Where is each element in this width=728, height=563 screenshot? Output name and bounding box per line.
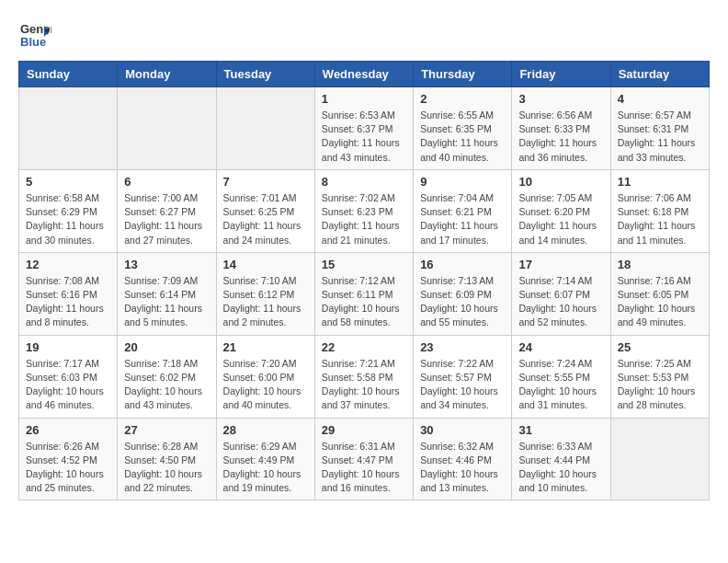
day-number: 26 <box>26 423 110 437</box>
day-number: 17 <box>518 258 603 271</box>
day-number: 27 <box>124 423 209 437</box>
day-number: 12 <box>26 258 110 271</box>
day-number: 30 <box>420 423 505 437</box>
calendar-cell: 6Sunrise: 7:00 AM Sunset: 6:27 PM Daylig… <box>118 169 216 252</box>
calendar-cell <box>216 87 314 170</box>
day-info: Sunrise: 6:58 AM Sunset: 6:29 PM Dayligh… <box>26 191 110 247</box>
day-info: Sunrise: 7:14 AM Sunset: 6:07 PM Dayligh… <box>518 274 603 330</box>
day-info: Sunrise: 6:26 AM Sunset: 4:52 PM Dayligh… <box>26 440 110 496</box>
day-number: 15 <box>322 258 406 271</box>
day-info: Sunrise: 7:02 AM Sunset: 6:23 PM Dayligh… <box>322 191 406 247</box>
day-info: Sunrise: 7:08 AM Sunset: 6:16 PM Dayligh… <box>26 274 110 330</box>
day-number: 16 <box>420 258 505 271</box>
day-info: Sunrise: 6:55 AM Sunset: 6:35 PM Dayligh… <box>420 109 505 165</box>
day-info: Sunrise: 7:01 AM Sunset: 6:25 PM Dayligh… <box>223 191 308 247</box>
calendar-cell: 25Sunrise: 7:25 AM Sunset: 5:53 PM Dayli… <box>610 335 709 418</box>
calendar-cell: 17Sunrise: 7:14 AM Sunset: 6:07 PM Dayli… <box>512 252 610 335</box>
calendar-cell: 8Sunrise: 7:02 AM Sunset: 6:23 PM Daylig… <box>314 169 413 252</box>
day-number: 5 <box>26 175 110 189</box>
day-of-week-header: Monday <box>118 62 216 87</box>
day-info: Sunrise: 7:18 AM Sunset: 6:02 PM Dayligh… <box>124 357 209 413</box>
calendar-cell: 23Sunrise: 7:22 AM Sunset: 5:57 PM Dayli… <box>414 335 512 418</box>
calendar-cell: 19Sunrise: 7:17 AM Sunset: 6:03 PM Dayli… <box>19 335 118 418</box>
day-number: 28 <box>223 423 308 437</box>
day-number: 14 <box>223 258 308 271</box>
day-info: Sunrise: 6:57 AM Sunset: 6:31 PM Dayligh… <box>618 109 702 165</box>
calendar-cell: 29Sunrise: 6:31 AM Sunset: 4:47 PM Dayli… <box>314 418 413 500</box>
calendar-cell: 21Sunrise: 7:20 AM Sunset: 6:00 PM Dayli… <box>216 335 314 418</box>
day-number: 31 <box>518 423 603 437</box>
calendar-cell: 11Sunrise: 7:06 AM Sunset: 6:18 PM Dayli… <box>610 169 709 252</box>
calendar-cell: 28Sunrise: 6:29 AM Sunset: 4:49 PM Dayli… <box>216 418 314 500</box>
day-info: Sunrise: 7:20 AM Sunset: 6:00 PM Dayligh… <box>223 357 308 413</box>
day-info: Sunrise: 6:53 AM Sunset: 6:37 PM Dayligh… <box>322 109 406 165</box>
calendar-header-row: SundayMondayTuesdayWednesdayThursdayFrid… <box>19 62 710 87</box>
day-number: 18 <box>618 258 702 271</box>
calendar-cell: 3Sunrise: 6:56 AM Sunset: 6:33 PM Daylig… <box>512 87 610 170</box>
day-info: Sunrise: 6:56 AM Sunset: 6:33 PM Dayligh… <box>518 109 603 165</box>
day-info: Sunrise: 7:10 AM Sunset: 6:12 PM Dayligh… <box>223 274 308 330</box>
calendar-cell: 15Sunrise: 7:12 AM Sunset: 6:11 PM Dayli… <box>314 252 413 335</box>
day-of-week-header: Thursday <box>414 62 512 87</box>
day-number: 10 <box>518 175 603 189</box>
calendar-cell: 1Sunrise: 6:53 AM Sunset: 6:37 PM Daylig… <box>314 87 413 170</box>
calendar-cell: 14Sunrise: 7:10 AM Sunset: 6:12 PM Dayli… <box>216 252 314 335</box>
day-info: Sunrise: 7:22 AM Sunset: 5:57 PM Dayligh… <box>420 357 505 413</box>
day-number: 29 <box>322 423 406 437</box>
calendar-cell: 9Sunrise: 7:04 AM Sunset: 6:21 PM Daylig… <box>414 169 512 252</box>
calendar-table: SundayMondayTuesdayWednesdayThursdayFrid… <box>18 61 710 500</box>
day-number: 1 <box>322 92 406 106</box>
page-header: General Blue <box>18 18 710 52</box>
day-info: Sunrise: 7:17 AM Sunset: 6:03 PM Dayligh… <box>26 357 110 413</box>
day-info: Sunrise: 7:12 AM Sunset: 6:11 PM Dayligh… <box>322 274 406 330</box>
day-number: 6 <box>124 175 209 189</box>
calendar-cell: 18Sunrise: 7:16 AM Sunset: 6:05 PM Dayli… <box>610 252 709 335</box>
day-number: 4 <box>618 92 702 106</box>
day-number: 23 <box>420 340 505 354</box>
day-info: Sunrise: 7:21 AM Sunset: 5:58 PM Dayligh… <box>322 357 406 413</box>
day-number: 21 <box>223 340 308 354</box>
day-number: 19 <box>26 340 110 354</box>
day-number: 13 <box>124 258 209 271</box>
svg-text:Blue: Blue <box>20 35 46 49</box>
day-info: Sunrise: 6:29 AM Sunset: 4:49 PM Dayligh… <box>223 440 308 496</box>
calendar-cell: 24Sunrise: 7:24 AM Sunset: 5:55 PM Dayli… <box>512 335 610 418</box>
day-number: 9 <box>420 175 505 189</box>
calendar-cell: 31Sunrise: 6:33 AM Sunset: 4:44 PM Dayli… <box>512 418 610 500</box>
day-number: 22 <box>322 340 406 354</box>
day-info: Sunrise: 7:00 AM Sunset: 6:27 PM Dayligh… <box>124 191 209 247</box>
logo-icon: General Blue <box>18 18 51 52</box>
calendar-week-row: 1Sunrise: 6:53 AM Sunset: 6:37 PM Daylig… <box>19 87 710 170</box>
calendar-week-row: 19Sunrise: 7:17 AM Sunset: 6:03 PM Dayli… <box>19 335 710 418</box>
calendar-week-row: 12Sunrise: 7:08 AM Sunset: 6:16 PM Dayli… <box>19 252 710 335</box>
calendar-cell: 16Sunrise: 7:13 AM Sunset: 6:09 PM Dayli… <box>414 252 512 335</box>
day-number: 7 <box>223 175 308 189</box>
day-info: Sunrise: 7:16 AM Sunset: 6:05 PM Dayligh… <box>618 274 702 330</box>
calendar-cell: 10Sunrise: 7:05 AM Sunset: 6:20 PM Dayli… <box>512 169 610 252</box>
day-number: 11 <box>618 175 702 189</box>
day-of-week-header: Tuesday <box>216 62 314 87</box>
calendar-cell: 26Sunrise: 6:26 AM Sunset: 4:52 PM Dayli… <box>19 418 118 500</box>
calendar-cell: 7Sunrise: 7:01 AM Sunset: 6:25 PM Daylig… <box>216 169 314 252</box>
day-number: 8 <box>322 175 406 189</box>
day-of-week-header: Saturday <box>610 62 709 87</box>
calendar-cell: 12Sunrise: 7:08 AM Sunset: 6:16 PM Dayli… <box>19 252 118 335</box>
calendar-cell: 2Sunrise: 6:55 AM Sunset: 6:35 PM Daylig… <box>414 87 512 170</box>
calendar-cell <box>19 87 118 170</box>
day-info: Sunrise: 7:04 AM Sunset: 6:21 PM Dayligh… <box>420 191 505 247</box>
day-info: Sunrise: 6:31 AM Sunset: 4:47 PM Dayligh… <box>322 440 406 496</box>
day-info: Sunrise: 7:05 AM Sunset: 6:20 PM Dayligh… <box>518 191 603 247</box>
day-info: Sunrise: 7:24 AM Sunset: 5:55 PM Dayligh… <box>518 357 603 413</box>
day-number: 24 <box>518 340 603 354</box>
day-number: 20 <box>124 340 209 354</box>
calendar-cell <box>118 87 216 170</box>
day-number: 25 <box>618 340 702 354</box>
calendar-cell: 5Sunrise: 6:58 AM Sunset: 6:29 PM Daylig… <box>19 169 118 252</box>
day-of-week-header: Friday <box>512 62 610 87</box>
day-info: Sunrise: 6:32 AM Sunset: 4:46 PM Dayligh… <box>420 440 505 496</box>
calendar-week-row: 5Sunrise: 6:58 AM Sunset: 6:29 PM Daylig… <box>19 169 710 252</box>
calendar-cell: 13Sunrise: 7:09 AM Sunset: 6:14 PM Dayli… <box>118 252 216 335</box>
calendar-cell: 22Sunrise: 7:21 AM Sunset: 5:58 PM Dayli… <box>314 335 413 418</box>
day-info: Sunrise: 6:28 AM Sunset: 4:50 PM Dayligh… <box>124 440 209 496</box>
calendar-cell: 30Sunrise: 6:32 AM Sunset: 4:46 PM Dayli… <box>414 418 512 500</box>
